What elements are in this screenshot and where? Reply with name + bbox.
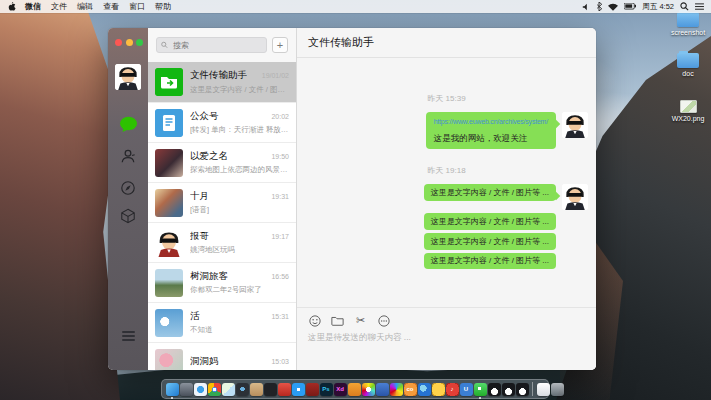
timestamp: 昨天 19:18 [297,165,596,176]
menu-clock[interactable]: 周五 4:52 [642,2,674,12]
wifi-icon[interactable] [608,3,618,11]
chat-time: 15:31 [271,313,289,320]
dock-app-terminal[interactable] [264,383,277,396]
menu-item-window[interactable]: 窗口 [129,1,145,12]
add-chat-button[interactable]: + [272,37,288,53]
battery-icon[interactable] [624,3,636,10]
dock-app-documents-stack[interactable] [537,383,550,396]
dock-app-photos[interactable] [362,383,375,396]
send-file-icon[interactable] [331,314,344,327]
dock-app-utorrent[interactable]: U [460,383,473,396]
chat-preview: 这里是文字内容 / 文件 / 图片等 ... [190,85,289,95]
search-field[interactable] [156,37,267,53]
chat-list-item[interactable]: 报哥19:17 姚湾地区玩吗 [148,222,296,262]
chat-list-item[interactable]: 树洞旅客16:56 你都双二年2号回家了 [148,262,296,302]
dock-app-app-store[interactable] [292,383,305,396]
search-input[interactable] [171,40,262,51]
sidebar-tab-favorites[interactable] [118,206,138,226]
dock-app-potplayer[interactable] [432,383,445,396]
dock-app-wechat[interactable] [474,383,487,396]
chat-list-item[interactable]: 十月19:31 [语音] [148,182,296,222]
chat-name: 树洞旅客 [190,270,228,283]
chat-name: 洞洞妈 [190,355,219,368]
dock-app-qq-1[interactable] [488,383,501,396]
message-area[interactable]: 昨天 15:39 https://www.euweb.cn/archives/s… [297,59,596,308]
dock-app-qq-3[interactable] [516,383,529,396]
dock-app-photoshop[interactable]: Ps [320,383,333,396]
spotlight-icon[interactable] [680,2,689,11]
chat-name: 十月 [190,190,209,203]
my-avatar[interactable] [562,184,588,210]
dock-app-adobe-xd[interactable]: Xd [334,383,347,396]
minimize-button[interactable] [126,39,133,46]
chat-time: 15:03 [271,358,289,365]
my-avatar[interactable] [562,112,588,138]
dock-app-red-app[interactable] [278,383,291,396]
dock-app-photo-booth[interactable] [236,383,249,396]
menu-item-edit[interactable]: 编辑 [77,1,93,12]
dock-app-maps[interactable] [222,383,235,396]
chat-list-item[interactable]: 以爱之名19:50 探索地图上依恋两边的风景与笑 ... [148,142,296,182]
chat-preview: 探索地图上依恋两边的风景与笑 ... [190,165,289,175]
screenshot-icon[interactable]: ✂ [354,314,367,327]
close-button[interactable] [115,39,122,46]
volume-icon[interactable] [582,3,590,11]
zoom-button[interactable] [136,39,143,46]
official-accounts-icon [155,109,183,137]
emoji-icon[interactable] [308,314,321,327]
contact-avatar [155,269,183,297]
menu-item-wechat[interactable]: 微信 [25,1,41,12]
dock-app-sublime[interactable] [348,383,361,396]
message-text: 这是我的网站，欢迎关注 [434,133,528,143]
sidebar-tab-discover[interactable] [118,178,138,198]
desktop-folder-doc[interactable]: doc [666,53,710,77]
dock-app-trash[interactable] [551,383,564,396]
dock-app-qq-2[interactable] [502,383,515,396]
desktop-icon-label: screenshot [666,29,710,36]
my-avatar[interactable] [115,64,141,90]
file-transfer-icon [155,68,183,96]
message-bubble: 这里是文字内容 / 文件 / 图片等 ... [424,233,556,250]
bluetooth-icon[interactable] [596,2,602,11]
dock-app-koala[interactable]: co [404,383,417,396]
conversation-panel: 文件传输助手 昨天 15:39 https://www.euweb.cn/arc… [297,28,596,370]
sidebar-tab-contacts[interactable] [118,146,138,166]
chat-list-item-file-transfer[interactable]: 文件传输助手19/01/02 这里是文字内容 / 文件 / 图片等 ... [148,62,296,102]
chat-preview: 不知道 [190,325,289,335]
chat-list-item[interactable]: 洞洞妈15:03 [148,342,296,370]
desktop-folder-screenshot[interactable]: screenshot [666,12,710,36]
dock-app-pinwheel[interactable] [390,383,403,396]
timestamp: 昨天 15:39 [297,93,596,104]
dock-app-edge[interactable] [418,383,431,396]
dock-app-folder-app[interactable] [250,383,263,396]
chat-time: 19:17 [271,233,289,240]
dock-app-safari[interactable] [194,383,207,396]
dock-app-chrome[interactable] [208,383,221,396]
dock-app-transmit[interactable] [376,383,389,396]
dock-app-launchpad[interactable] [180,383,193,396]
chat-history-icon[interactable] [377,314,390,327]
dock-app-netease-music[interactable]: ♪ [446,383,459,396]
sidebar-tab-chats[interactable] [118,114,138,134]
message-bubble: 这里是文字内容 / 文件 / 图片等 ... [424,184,556,201]
wechat-sidebar [108,28,148,370]
folder-icon [677,12,699,27]
menu-item-help[interactable]: 帮助 [155,1,171,12]
message-input[interactable]: 这里是待发送的聊天内容 ... [297,327,596,344]
apple-menu-icon[interactable] [7,1,16,12]
compass-icon [120,180,136,196]
menu-item-view[interactable]: 查看 [103,1,119,12]
chat-name: 文件传输助手 [190,69,247,82]
desktop-file-image[interactable]: WX20.png [666,100,710,122]
dock-app-dark-red-app[interactable] [306,383,319,396]
notification-center-icon[interactable] [695,3,704,11]
menu-item-file[interactable]: 文件 [51,1,67,12]
desktop-icon-label: WX20.png [666,115,710,122]
sidebar-more-menu[interactable] [118,326,138,346]
dock-app-finder[interactable] [166,383,179,396]
message-bubble: 这里是文字内容 / 文件 / 图片等 ... [424,253,556,270]
chat-list-item-official-accounts[interactable]: 公众号20:02 [转发] 单向：天行渐进 释放姿 ... [148,102,296,142]
message-link[interactable]: https://www.euweb.cn/archives/system/ [434,117,548,127]
search-icon [161,41,168,49]
chat-list-item[interactable]: 活15:31 不知道 [148,302,296,342]
